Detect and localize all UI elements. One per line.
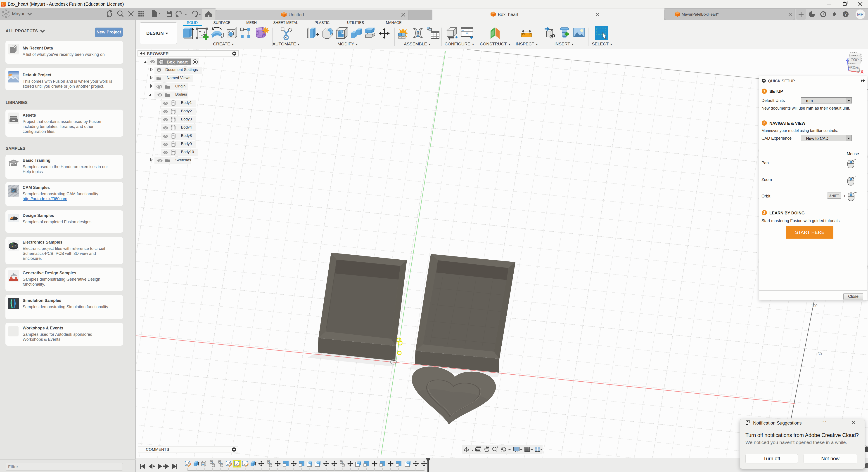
svg-text:F: F	[2, 2, 4, 5]
svg-text:FRONT: FRONT	[848, 65, 860, 70]
svg-text:X: X	[860, 69, 864, 74]
svg-text:TOP: TOP	[850, 57, 859, 62]
svg-text:100: 100	[811, 304, 817, 308]
svg-text:50: 50	[817, 352, 822, 356]
svg-text:Z: Z	[846, 57, 849, 62]
svg-text:0: 0	[794, 402, 796, 406]
svg-text:FUS: FUS	[2, 5, 4, 6]
svg-text:MP: MP	[857, 12, 864, 17]
svg-text:Mayur: Mayur	[12, 11, 25, 16]
svg-text:?: ?	[844, 12, 847, 16]
